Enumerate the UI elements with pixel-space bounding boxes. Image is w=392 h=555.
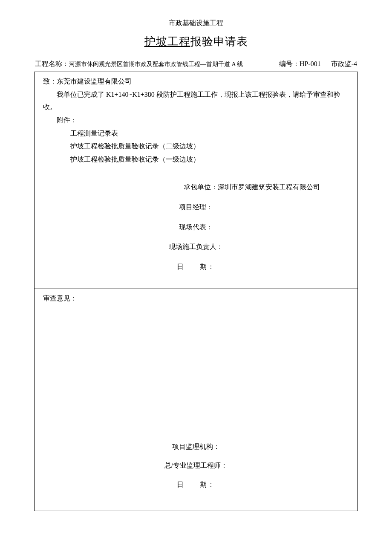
form-box: 致：东莞市建设监理有限公司 我单位已完成了 K1+140~K1+380 段防护工… bbox=[34, 72, 358, 511]
engineer-line: 总/专业监理工程师： bbox=[35, 460, 357, 472]
contractor-label: 承包单位： bbox=[184, 183, 218, 191]
doc-type: 市政监-4 bbox=[331, 60, 357, 67]
date-line-lower: 日 期： bbox=[35, 479, 357, 491]
section-upper: 致：东莞市建设监理有限公司 我单位已完成了 K1+140~K1+380 段防护工… bbox=[35, 72, 357, 289]
pre-title: 市政基础设施工程 bbox=[34, 17, 358, 29]
attachment-2: 护坡工程检验批质量验收记录（二级边坡） bbox=[43, 140, 349, 153]
sign-block-upper: 承包单位：深圳市罗湖建筑安装工程有限公司 项目经理： 现场代表： 现场施工负责人… bbox=[43, 181, 349, 273]
attachment-3: 护坡工程检验批质量验收记录（一级边坡） bbox=[43, 153, 349, 166]
project-name: 河源市休闲观光景区首期市政及配套市政管线工程—首期干道 A 线 bbox=[69, 61, 243, 67]
project-label: 工程名称： bbox=[35, 60, 69, 67]
attach-label: 附件： bbox=[43, 114, 349, 127]
title-rest: 报验申请表 bbox=[190, 35, 248, 48]
code-block: 编号：HP-001 bbox=[279, 60, 321, 67]
contractor-line: 承包单位：深圳市罗湖建筑安装工程有限公司 bbox=[43, 181, 349, 194]
sign-block-lower: 项目监理机构： 总/专业监理工程师： 日 期： bbox=[35, 441, 357, 498]
title-underlined: 护坡工程 bbox=[144, 35, 190, 48]
site-rep-line: 现场代表： bbox=[43, 221, 349, 234]
attachment-1: 工程测量记录表 bbox=[43, 127, 349, 140]
header-left: 工程名称：河源市休闲观光景区首期市政及配套市政管线工程—首期干道 A 线 bbox=[35, 58, 243, 70]
contractor-name: 深圳市罗湖建筑安装工程有限公司 bbox=[218, 183, 320, 191]
body-text: 我单位已完成了 K1+140~K1+380 段防护工程施工工作，现报上该工程报验… bbox=[43, 89, 349, 113]
to-name: 东莞市建设监理有限公司 bbox=[57, 78, 132, 85]
code-label: 编号： bbox=[279, 60, 300, 67]
code-value: HP-001 bbox=[300, 60, 321, 67]
main-title: 护坡工程报验申请表 bbox=[34, 32, 358, 52]
header-row: 工程名称：河源市休闲观光景区首期市政及配套市政管线工程—首期干道 A 线 编号：… bbox=[34, 58, 358, 70]
to-label: 致： bbox=[43, 78, 57, 85]
opinion-label: 审查意见： bbox=[43, 292, 349, 305]
header-right: 编号：HP-001市政监-4 bbox=[279, 58, 357, 70]
supervision-org-line: 项目监理机构： bbox=[35, 441, 357, 453]
site-mgr-line: 现场施工负责人： bbox=[43, 241, 349, 253]
to-line: 致：东莞市建设监理有限公司 bbox=[43, 75, 349, 88]
section-lower: 审查意见： 项目监理机构： 总/专业监理工程师： 日 期： bbox=[35, 289, 357, 511]
pm-line: 项目经理： bbox=[43, 201, 349, 214]
date-line-upper: 日 期： bbox=[43, 261, 349, 273]
